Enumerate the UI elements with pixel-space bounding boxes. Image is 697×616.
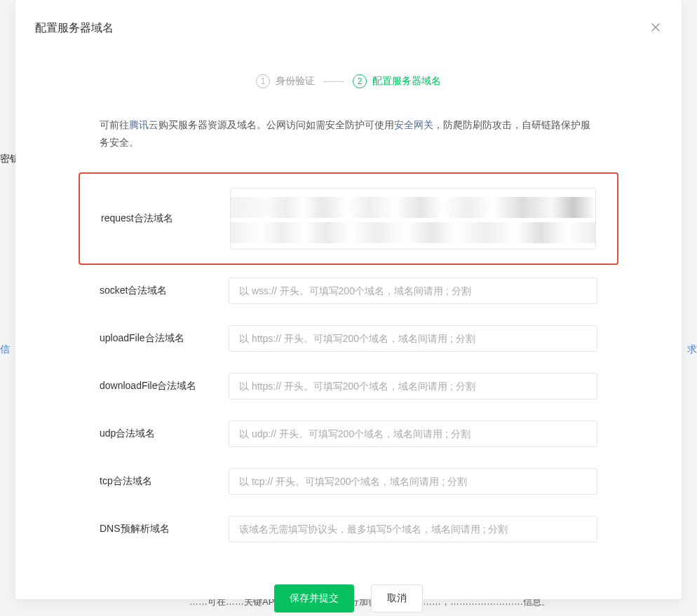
close-icon: [649, 21, 662, 34]
dns-domain-input[interactable]: [229, 516, 597, 542]
step-1-number: 1: [256, 74, 270, 88]
downloadfile-domain-label: downloadFile合法域名: [100, 373, 229, 392]
step-1-label: 身份验证: [276, 75, 315, 88]
request-domain-label: request合法域名: [101, 212, 230, 225]
tcp-domain-input[interactable]: [229, 468, 597, 495]
dns-domain-label: DNS预解析域名: [100, 516, 229, 535]
dns-domain-row: DNS预解析域名: [100, 516, 597, 542]
bg-text-fragment: 信: [0, 343, 10, 356]
uploadfile-domain-input[interactable]: [229, 325, 597, 352]
step-divider: [323, 81, 344, 82]
action-buttons: 保存并提交 取消: [15, 563, 682, 612]
udp-domain-row: udp合法域名: [100, 420, 597, 447]
socket-domain-row: socket合法域名: [100, 278, 597, 304]
description-text: 可前往腾讯云购买服务器资源及域名。公网访问如需安全防护可使用安全网关，防爬防刷防…: [15, 116, 682, 151]
modal-header: 配置服务器域名: [15, 0, 682, 43]
bg-text-fragment: 求: [687, 343, 697, 356]
form-body: socket合法域名 uploadFile合法域名 downloadFile合法…: [15, 278, 682, 542]
tencent-cloud-link[interactable]: 腾讯云: [129, 119, 158, 130]
downloadfile-domain-row: downloadFile合法域名: [100, 373, 597, 399]
uploadfile-domain-row: uploadFile合法域名: [100, 325, 597, 352]
request-domain-row: request合法域名: [101, 188, 596, 249]
tcp-domain-row: tcp合法域名: [100, 468, 597, 495]
cancel-button[interactable]: 取消: [371, 584, 423, 612]
udp-domain-input[interactable]: [229, 420, 597, 447]
desc-mid: 购买服务器资源及域名。公网访问如需安全防护可使用: [158, 119, 394, 130]
close-button[interactable]: [649, 21, 662, 36]
downloadfile-domain-input[interactable]: [229, 373, 597, 399]
step-2: 2 配置服务器域名: [353, 74, 441, 88]
step-2-number: 2: [353, 74, 367, 88]
uploadfile-domain-label: uploadFile合法域名: [100, 325, 229, 345]
desc-prefix: 可前往: [100, 119, 129, 130]
step-2-label: 配置服务器域名: [372, 75, 441, 88]
config-domain-modal: 配置服务器域名 1 身份验证 2 配置服务器域名 可前往腾讯云购买服务器资源及域…: [15, 0, 682, 599]
request-domain-input-blurred[interactable]: [230, 188, 596, 249]
udp-domain-label: udp合法域名: [100, 420, 229, 440]
modal-title: 配置服务器域名: [35, 21, 114, 36]
security-gateway-link[interactable]: 安全网关: [394, 119, 433, 130]
step-1: 1 身份验证: [256, 74, 315, 88]
step-indicator: 1 身份验证 2 配置服务器域名: [15, 43, 682, 116]
tcp-domain-label: tcp合法域名: [100, 468, 229, 488]
save-submit-button[interactable]: 保存并提交: [274, 584, 354, 612]
socket-domain-label: socket合法域名: [100, 278, 229, 297]
request-domain-highlight: request合法域名: [79, 172, 618, 265]
socket-domain-input[interactable]: [229, 278, 597, 304]
